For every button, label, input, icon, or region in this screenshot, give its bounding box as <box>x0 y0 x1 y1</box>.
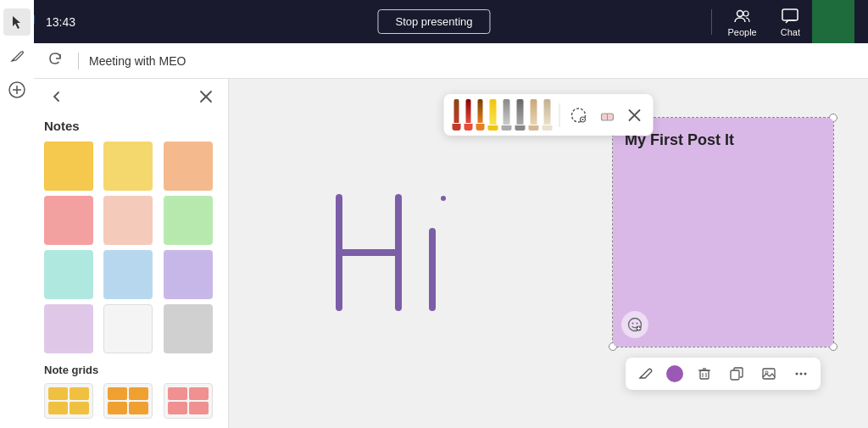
cursor-icon <box>9 14 25 30</box>
postit-container: My First Post It <box>612 117 834 347</box>
svg-rect-17 <box>167 253 209 296</box>
people-label: People <box>727 27 756 37</box>
pen-icon <box>9 48 25 64</box>
sidebar-header <box>41 87 221 110</box>
chat-button[interactable]: Chat <box>769 3 812 41</box>
left-tools <box>0 0 34 428</box>
svg-point-0 <box>737 10 743 16</box>
meeting-title: Meeting with MEO <box>89 54 186 68</box>
notes-grid <box>41 140 221 355</box>
crayon-red[interactable] <box>465 99 473 131</box>
note-item-blue[interactable] <box>103 250 153 299</box>
postit-selection: My First Post It <box>612 117 834 347</box>
lasso-tool-button[interactable] <box>567 103 591 127</box>
svg-rect-10 <box>107 145 149 187</box>
marker-cream[interactable] <box>542 99 553 131</box>
postit-note[interactable]: My First Post It <box>613 118 833 347</box>
svg-rect-33 <box>700 370 709 379</box>
more-icon <box>793 366 809 381</box>
marker-beige[interactable] <box>529 99 539 131</box>
svg-rect-16 <box>107 253 149 296</box>
postit-color-button[interactable] <box>666 365 683 382</box>
postit-text[interactable]: My First Post It <box>625 130 821 151</box>
svg-rect-20 <box>167 308 209 350</box>
close-toolbar-icon <box>628 108 642 122</box>
note-item-purple[interactable] <box>164 250 213 299</box>
add-tool-button[interactable] <box>3 76 31 103</box>
close-icon <box>199 90 213 103</box>
note-item-green[interactable] <box>164 196 213 245</box>
pen-tool-button[interactable] <box>3 42 31 69</box>
sidebar-close-button[interactable] <box>194 88 218 109</box>
svg-rect-8 <box>47 145 90 187</box>
topbar: 13:43 Stop presenting People Chat <box>0 0 868 43</box>
note-item-teal[interactable] <box>44 250 93 299</box>
marker-yellow[interactable] <box>488 99 498 131</box>
note-item-yellow2[interactable] <box>103 142 153 191</box>
note-item-white[interactable] <box>103 304 153 353</box>
hi-drawing <box>314 172 483 342</box>
note-item-yellow[interactable] <box>44 142 93 191</box>
svg-rect-14 <box>167 199 209 242</box>
note-grids-title: Note grids <box>41 355 221 381</box>
eraser-icon <box>599 107 616 124</box>
toolbar-row: Meeting with MEO <box>0 43 868 79</box>
topbar-right: People Chat <box>708 0 854 43</box>
reactions-area[interactable] <box>812 0 854 43</box>
svg-rect-38 <box>731 370 739 380</box>
svg-point-41 <box>796 373 798 375</box>
duplicate-icon <box>729 366 744 381</box>
people-button[interactable]: People <box>715 3 768 41</box>
postit-toolbar <box>626 358 821 390</box>
svg-rect-2 <box>782 9 798 20</box>
svg-rect-18 <box>47 308 90 350</box>
postit-emoji-button[interactable] <box>621 311 648 338</box>
postit-more-button[interactable] <box>790 363 812 385</box>
topbar-center: Stop presenting <box>377 9 490 34</box>
postit-image-button[interactable] <box>758 363 780 385</box>
postit-duplicate-button[interactable] <box>726 363 748 385</box>
crayon-set <box>453 99 553 131</box>
note-grids-grid <box>41 381 221 420</box>
note-item-pink[interactable] <box>44 196 93 245</box>
canvas-area[interactable]: My First Post It <box>229 79 868 428</box>
crayon-orange[interactable] <box>476 99 485 131</box>
eraser-button[interactable] <box>596 103 620 127</box>
edit-icon <box>637 366 653 381</box>
svg-rect-11 <box>167 145 209 187</box>
note-item-peach[interactable] <box>164 142 213 191</box>
note-item-lavender[interactable] <box>44 304 93 353</box>
stop-presenting-button[interactable]: Stop presenting <box>377 9 490 34</box>
note-grid-pink[interactable] <box>164 383 213 419</box>
chat-label: Chat <box>781 27 800 37</box>
select-tool-button[interactable] <box>3 8 31 36</box>
svg-rect-39 <box>763 369 775 379</box>
redo-icon <box>47 51 63 66</box>
crayon-dark[interactable] <box>453 99 461 131</box>
svg-rect-9 <box>44 142 93 191</box>
notes-section-title: Notes <box>41 119 221 140</box>
note-item-salmon[interactable] <box>103 196 153 245</box>
svg-rect-13 <box>107 199 149 242</box>
color-toolbar-close-button[interactable] <box>625 105 645 125</box>
image-icon <box>761 366 776 381</box>
note-grid-orange[interactable] <box>103 383 153 419</box>
note-item-gray[interactable] <box>164 304 213 353</box>
lasso-icon <box>570 107 587 124</box>
sidebar-back-button[interactable] <box>44 87 70 110</box>
svg-point-43 <box>804 373 807 375</box>
svg-point-42 <box>800 373 803 375</box>
toolbar-divider <box>78 53 79 69</box>
postit-edit-button[interactable] <box>634 363 656 385</box>
svg-rect-15 <box>47 253 90 296</box>
marker-gray[interactable] <box>502 99 512 131</box>
plus-icon <box>8 81 25 98</box>
emoji-icon <box>627 317 643 332</box>
redo-button[interactable] <box>42 47 68 74</box>
svg-point-40 <box>765 371 768 374</box>
marker-gray2[interactable] <box>515 99 526 131</box>
svg-point-29 <box>637 323 638 325</box>
note-grid-yellow[interactable] <box>44 383 93 419</box>
postit-delete-button[interactable] <box>693 363 715 385</box>
back-icon <box>49 89 64 104</box>
